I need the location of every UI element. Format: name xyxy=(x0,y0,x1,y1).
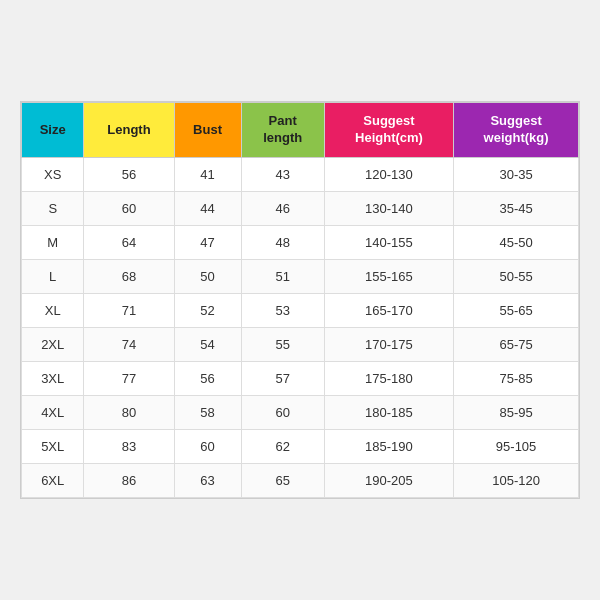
table-row: M644748140-15545-50 xyxy=(22,225,579,259)
table-row: S604446130-14035-45 xyxy=(22,191,579,225)
cell-row4-col1: 71 xyxy=(84,293,174,327)
header-size: Size xyxy=(22,103,84,158)
cell-row6-col0: 3XL xyxy=(22,361,84,395)
header-suggest-height: SuggestHeight(cm) xyxy=(324,103,453,158)
cell-row5-col3: 55 xyxy=(241,327,324,361)
cell-row4-col0: XL xyxy=(22,293,84,327)
cell-row6-col4: 175-180 xyxy=(324,361,453,395)
cell-row5-col1: 74 xyxy=(84,327,174,361)
header-pant-length: Pantlength xyxy=(241,103,324,158)
cell-row2-col5: 45-50 xyxy=(454,225,579,259)
cell-row2-col2: 47 xyxy=(174,225,241,259)
cell-row3-col3: 51 xyxy=(241,259,324,293)
cell-row3-col0: L xyxy=(22,259,84,293)
table-row: XL715253165-17055-65 xyxy=(22,293,579,327)
cell-row8-col1: 83 xyxy=(84,429,174,463)
table-row: 3XL775657175-18075-85 xyxy=(22,361,579,395)
table-row: 4XL805860180-18585-95 xyxy=(22,395,579,429)
cell-row0-col3: 43 xyxy=(241,157,324,191)
cell-row2-col3: 48 xyxy=(241,225,324,259)
cell-row5-col2: 54 xyxy=(174,327,241,361)
cell-row1-col4: 130-140 xyxy=(324,191,453,225)
cell-row5-col4: 170-175 xyxy=(324,327,453,361)
table-row: XS564143120-13030-35 xyxy=(22,157,579,191)
table-body: XS564143120-13030-35S604446130-14035-45M… xyxy=(22,157,579,497)
cell-row9-col3: 65 xyxy=(241,463,324,497)
cell-row1-col3: 46 xyxy=(241,191,324,225)
cell-row8-col2: 60 xyxy=(174,429,241,463)
cell-row7-col0: 4XL xyxy=(22,395,84,429)
header-suggest-weight: Suggestweight(kg) xyxy=(454,103,579,158)
cell-row4-col5: 55-65 xyxy=(454,293,579,327)
cell-row3-col5: 50-55 xyxy=(454,259,579,293)
table-row: L685051155-16550-55 xyxy=(22,259,579,293)
cell-row1-col5: 35-45 xyxy=(454,191,579,225)
cell-row7-col5: 85-95 xyxy=(454,395,579,429)
table-row: 5XL836062185-19095-105 xyxy=(22,429,579,463)
size-chart-container: Size Length Bust Pantlength SuggestHeigh… xyxy=(20,101,580,499)
cell-row9-col1: 86 xyxy=(84,463,174,497)
cell-row6-col1: 77 xyxy=(84,361,174,395)
cell-row7-col4: 180-185 xyxy=(324,395,453,429)
cell-row9-col4: 190-205 xyxy=(324,463,453,497)
cell-row5-col0: 2XL xyxy=(22,327,84,361)
cell-row3-col2: 50 xyxy=(174,259,241,293)
cell-row0-col4: 120-130 xyxy=(324,157,453,191)
cell-row2-col4: 140-155 xyxy=(324,225,453,259)
cell-row9-col0: 6XL xyxy=(22,463,84,497)
cell-row7-col3: 60 xyxy=(241,395,324,429)
cell-row6-col3: 57 xyxy=(241,361,324,395)
cell-row3-col1: 68 xyxy=(84,259,174,293)
cell-row7-col1: 80 xyxy=(84,395,174,429)
cell-row5-col5: 65-75 xyxy=(454,327,579,361)
header-bust: Bust xyxy=(174,103,241,158)
cell-row4-col2: 52 xyxy=(174,293,241,327)
cell-row0-col2: 41 xyxy=(174,157,241,191)
cell-row3-col4: 155-165 xyxy=(324,259,453,293)
cell-row9-col2: 63 xyxy=(174,463,241,497)
cell-row1-col0: S xyxy=(22,191,84,225)
cell-row1-col1: 60 xyxy=(84,191,174,225)
cell-row0-col1: 56 xyxy=(84,157,174,191)
header-row: Size Length Bust Pantlength SuggestHeigh… xyxy=(22,103,579,158)
cell-row4-col4: 165-170 xyxy=(324,293,453,327)
cell-row8-col0: 5XL xyxy=(22,429,84,463)
cell-row1-col2: 44 xyxy=(174,191,241,225)
cell-row6-col2: 56 xyxy=(174,361,241,395)
size-chart-table: Size Length Bust Pantlength SuggestHeigh… xyxy=(21,102,579,498)
cell-row2-col1: 64 xyxy=(84,225,174,259)
cell-row8-col4: 185-190 xyxy=(324,429,453,463)
cell-row8-col5: 95-105 xyxy=(454,429,579,463)
table-row: 6XL866365190-205105-120 xyxy=(22,463,579,497)
cell-row0-col0: XS xyxy=(22,157,84,191)
cell-row6-col5: 75-85 xyxy=(454,361,579,395)
cell-row0-col5: 30-35 xyxy=(454,157,579,191)
cell-row8-col3: 62 xyxy=(241,429,324,463)
table-row: 2XL745455170-17565-75 xyxy=(22,327,579,361)
cell-row9-col5: 105-120 xyxy=(454,463,579,497)
cell-row7-col2: 58 xyxy=(174,395,241,429)
cell-row2-col0: M xyxy=(22,225,84,259)
header-length: Length xyxy=(84,103,174,158)
cell-row4-col3: 53 xyxy=(241,293,324,327)
